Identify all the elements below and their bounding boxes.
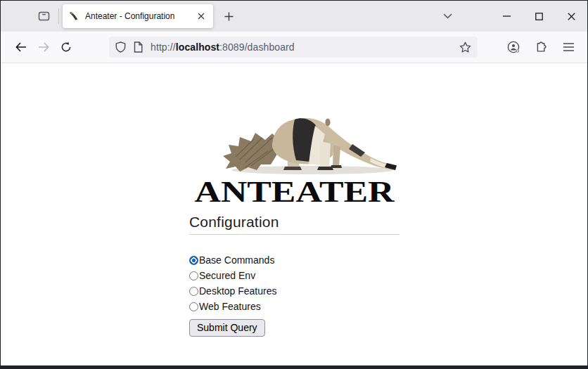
anteater-front-leg-far	[333, 145, 340, 167]
extensions-button[interactable]	[530, 37, 551, 58]
url-text[interactable]: http://localhost:8089/dashboard	[151, 41, 454, 53]
hamburger-menu-icon	[563, 43, 574, 51]
minimize-button[interactable]	[490, 1, 523, 32]
puzzle-piece-icon	[535, 41, 547, 53]
option-row-base-commands[interactable]: Base Commands	[189, 252, 400, 268]
option-row-secured-env[interactable]: Secured Env	[189, 268, 400, 283]
url-scheme: http://	[151, 41, 176, 53]
radio-label-base-commands: Base Commands	[199, 254, 274, 266]
tab-title: Anteater - Configuration	[85, 11, 195, 21]
radio-desktop-features[interactable]	[189, 287, 198, 296]
maximize-icon	[535, 13, 543, 20]
page-info-icon[interactable]	[134, 41, 143, 53]
tab-favicon-anteater-icon	[68, 11, 79, 22]
star-icon	[459, 41, 471, 53]
anteater-front-foot-far	[331, 165, 342, 168]
tab-separator	[58, 8, 59, 24]
url-path: :8089/dashboard	[219, 41, 295, 53]
close-window-button[interactable]	[555, 1, 587, 32]
page-content: ANTEATER Configuration Base Commands Sec…	[1, 63, 587, 365]
new-tab-button[interactable]	[218, 6, 239, 27]
browser-window: Anteater - Configuration	[0, 0, 588, 369]
anteater-tail	[223, 133, 282, 171]
anteater-hind-foot	[283, 167, 302, 170]
radio-label-secured-env: Secured Env	[199, 270, 255, 281]
menu-button[interactable]	[558, 37, 579, 58]
page-container: ANTEATER Configuration Base Commands Sec…	[189, 101, 400, 337]
close-icon	[568, 13, 575, 20]
firefox-view-icon	[38, 11, 50, 22]
radio-label-desktop-features: Desktop Features	[199, 285, 277, 297]
submit-query-button[interactable]: Submit Query	[189, 319, 265, 337]
plus-icon	[224, 12, 234, 21]
option-row-web-features[interactable]: Web Features	[189, 299, 400, 314]
tab-anteater-configuration[interactable]: Anteater - Configuration	[63, 4, 213, 28]
reload-button[interactable]	[56, 37, 77, 58]
minimize-icon	[503, 15, 511, 17]
radio-web-features[interactable]	[189, 302, 198, 311]
heading-divider	[189, 234, 400, 235]
tab-close-icon[interactable]	[195, 10, 207, 22]
firefox-view-button[interactable]	[32, 6, 56, 27]
account-icon	[507, 41, 520, 54]
forward-arrow-icon	[38, 42, 49, 52]
radio-secured-env[interactable]	[189, 271, 198, 280]
account-button[interactable]	[503, 37, 524, 58]
page-title: Configuration	[189, 214, 400, 231]
window-controls	[490, 1, 587, 32]
anteater-ear	[325, 119, 330, 127]
list-all-tabs-button[interactable]	[437, 6, 458, 27]
back-button[interactable]	[11, 37, 32, 58]
logo-text: ANTEATER	[195, 175, 395, 206]
navigation-toolbar: http://localhost:8089/dashboard	[1, 32, 587, 63]
radio-base-commands[interactable]	[189, 256, 198, 265]
toolbar-right-buttons	[503, 37, 584, 58]
reload-icon	[60, 41, 72, 53]
url-host: localhost	[176, 41, 219, 53]
radio-label-web-features: Web Features	[199, 301, 261, 312]
tracking-protection-shield-icon[interactable]	[115, 41, 126, 53]
maximize-button[interactable]	[523, 1, 555, 32]
forward-button[interactable]	[33, 37, 54, 58]
anteater-logo-image: ANTEATER	[189, 101, 400, 206]
url-bar[interactable]: http://localhost:8089/dashboard	[109, 37, 478, 58]
chevron-down-icon	[443, 13, 452, 19]
tab-bar: Anteater - Configuration	[1, 1, 587, 32]
back-arrow-icon	[15, 42, 27, 52]
option-row-desktop-features[interactable]: Desktop Features	[189, 283, 400, 299]
anteater-front-leg	[320, 141, 331, 168]
bookmark-star-button[interactable]	[459, 41, 471, 53]
configuration-form: Base Commands Secured Env Desktop Featur…	[189, 252, 400, 337]
